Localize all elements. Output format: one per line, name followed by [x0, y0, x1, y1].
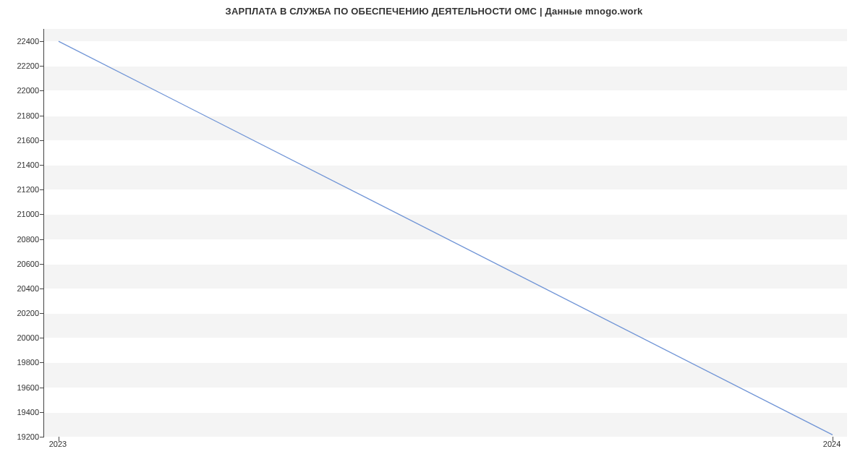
- y-tick: [40, 214, 44, 215]
- y-tick-label: 20400: [7, 284, 39, 293]
- plot-area: [43, 29, 847, 437]
- y-tick: [40, 90, 44, 91]
- y-tick: [40, 362, 44, 363]
- y-tick: [40, 264, 44, 265]
- y-tick-label: 20800: [7, 235, 39, 244]
- y-tick: [40, 140, 44, 141]
- y-tick: [40, 289, 44, 289]
- y-tick-label: 21000: [7, 210, 39, 218]
- y-tick: [40, 165, 44, 166]
- y-tick: [40, 66, 44, 67]
- y-tick: [40, 437, 44, 437]
- y-tick-label: 22200: [7, 61, 39, 70]
- y-tick-label: 19800: [7, 358, 39, 367]
- x-tick-label: 2024: [823, 440, 841, 448]
- y-tick-label: 20000: [7, 333, 39, 342]
- y-tick-label: 21200: [7, 185, 39, 194]
- y-tick-label: 22400: [7, 37, 39, 46]
- y-tick-label: 19200: [7, 432, 39, 441]
- line-svg: [44, 29, 847, 437]
- y-tick-label: 21800: [7, 111, 39, 120]
- y-tick: [40, 313, 44, 314]
- y-tick-label: 20600: [7, 260, 39, 268]
- y-tick-label: 21600: [7, 136, 39, 145]
- data-line: [59, 41, 833, 435]
- y-tick: [40, 239, 44, 240]
- y-tick-label: 22000: [7, 86, 39, 95]
- y-tick-label: 20200: [7, 309, 39, 317]
- chart-title: ЗАРПЛАТА В СЛУЖБА ПО ОБЕСПЕЧЕНИЮ ДЕЯТЕЛЬ…: [0, 0, 868, 17]
- y-tick: [40, 116, 44, 116]
- y-tick: [40, 189, 44, 190]
- y-tick: [40, 388, 44, 388]
- y-tick: [40, 412, 44, 413]
- y-tick-label: 19600: [7, 383, 39, 392]
- chart-container: ЗАРПЛАТА В СЛУЖБА ПО ОБЕСПЕЧЕНИЮ ДЕЯТЕЛЬ…: [0, 0, 868, 470]
- y-tick-label: 19400: [7, 408, 39, 416]
- y-tick-label: 21400: [7, 161, 39, 169]
- x-tick-label: 2023: [49, 440, 67, 448]
- gridline: [44, 437, 847, 437]
- y-tick: [40, 41, 44, 42]
- y-tick: [40, 338, 44, 338]
